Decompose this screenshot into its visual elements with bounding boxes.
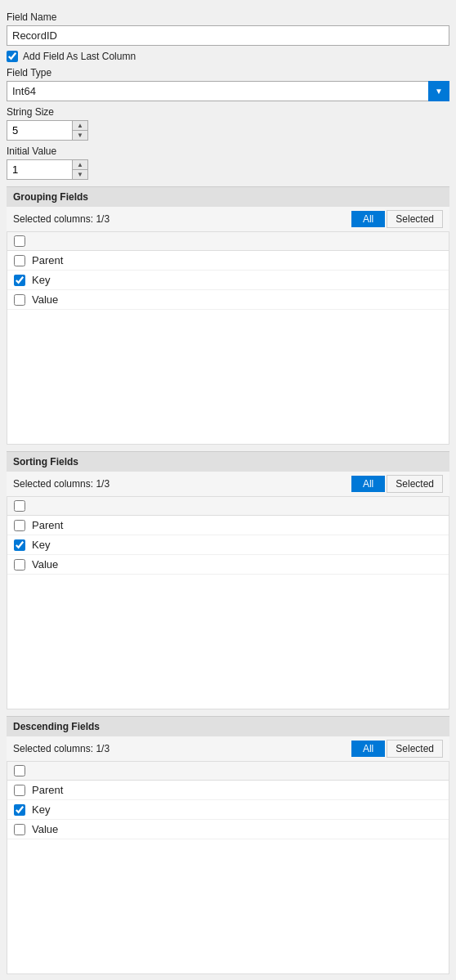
field-type-select[interactable]: Int64 String Boolean Double DateTime [7,81,449,101]
sorting-label-key: Key [32,539,50,551]
grouping-list: Parent Key Value [7,232,449,445]
grouping-select-all-checkbox[interactable] [14,235,25,247]
descending-all-button[interactable]: All [351,741,385,757]
form-container: Field Name Add Field As Last Column Fiel… [0,0,456,980]
descending-checkbox-value[interactable] [14,824,25,835]
sorting-columns-label: Selected columns: 1/3 [13,478,351,490]
descending-select-all-checkbox[interactable] [14,765,25,776]
initial-value-input[interactable] [7,160,72,179]
add-field-label: Add Field As Last Column [23,51,136,62]
string-size-input[interactable] [7,121,72,140]
grouping-label-key: Key [32,274,50,286]
grouping-fields-section: Grouping Fields Selected columns: 1/3 Al… [7,186,449,445]
field-name-label: Field Name [7,11,449,23]
descending-selected-button[interactable]: Selected [387,740,443,758]
sorting-list: Parent Key Value [7,497,449,709]
grouping-columns-label: Selected columns: 1/3 [13,213,351,225]
initial-value-up-button[interactable]: ▲ [73,160,87,170]
sorting-select-all-row [7,497,449,516]
descending-list: Parent Key Value [7,762,449,974]
grouping-label-parent: Parent [32,254,63,266]
descending-fields-section: Descending Fields Selected columns: 1/3 … [7,716,449,974]
descending-select-all-row [7,762,449,781]
grouping-selected-button[interactable]: Selected [387,210,443,228]
descending-fields-header: Descending Fields [7,716,449,736]
grouping-label-value: Value [32,293,58,306]
field-type-wrapper: Int64 String Boolean Double DateTime ▼ [7,81,449,101]
grouping-all-button[interactable]: All [351,211,385,227]
descending-row-key: Key [7,800,449,820]
grouping-row-key: Key [7,271,449,290]
sorting-fields-section: Sorting Fields Selected columns: 1/3 All… [7,451,449,709]
descending-row-value: Value [7,820,449,839]
grouping-row-value: Value [7,290,449,310]
grouping-select-all-row [7,232,449,251]
sorting-label-parent: Parent [32,519,63,531]
sorting-checkbox-value[interactable] [14,559,25,571]
grouping-columns-bar: Selected columns: 1/3 All Selected [7,207,449,232]
add-field-checkbox[interactable] [7,51,18,62]
field-type-label: Field Type [7,67,449,78]
descending-row-parent: Parent [7,781,449,800]
string-size-label: String Size [7,106,449,118]
sorting-label-value: Value [32,558,58,571]
sorting-checkbox-parent[interactable] [14,520,25,531]
descending-label-key: Key [32,803,50,816]
sorting-row-key: Key [7,535,449,555]
sorting-fields-header: Sorting Fields [7,451,449,472]
sorting-row-value: Value [7,555,449,575]
initial-value-buttons: ▲ ▼ [72,160,87,179]
string-size-up-button[interactable]: ▲ [73,121,87,131]
sorting-checkbox-key[interactable] [14,539,25,551]
grouping-fields-header: Grouping Fields [7,186,449,207]
initial-value-label: Initial Value [7,145,449,157]
grouping-checkbox-parent[interactable] [14,255,25,266]
string-size-buttons: ▲ ▼ [72,121,87,140]
sorting-selected-button[interactable]: Selected [387,475,443,493]
field-name-input[interactable] [7,25,449,46]
sorting-select-all-checkbox[interactable] [14,500,25,512]
descending-columns-label: Selected columns: 1/3 [13,743,351,754]
descending-label-parent: Parent [32,784,63,796]
initial-value-spinner: ▲ ▼ [7,159,88,180]
string-size-down-button[interactable]: ▼ [73,131,87,140]
string-size-spinner: ▲ ▼ [7,120,88,141]
sorting-columns-bar: Selected columns: 1/3 All Selected [7,472,449,497]
grouping-checkbox-key[interactable] [14,275,25,286]
descending-columns-bar: Selected columns: 1/3 All Selected [7,736,449,762]
add-field-row: Add Field As Last Column [7,51,449,62]
initial-value-down-button[interactable]: ▼ [73,170,87,179]
grouping-row-parent: Parent [7,251,449,271]
descending-checkbox-key[interactable] [14,804,25,816]
descending-checkbox-parent[interactable] [14,785,25,796]
sorting-all-button[interactable]: All [351,476,385,492]
grouping-checkbox-value[interactable] [14,294,25,306]
descending-label-value: Value [32,823,58,835]
sorting-row-parent: Parent [7,516,449,535]
